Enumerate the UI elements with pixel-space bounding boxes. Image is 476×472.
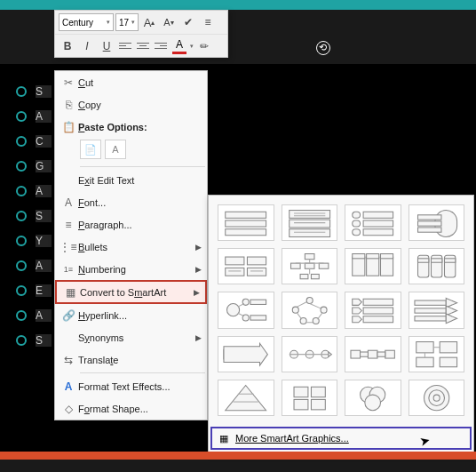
underline-button[interactable]: U [98,37,115,55]
smartart-vertical-bullet-list[interactable] [282,204,338,241]
italic-button[interactable]: I [78,37,96,55]
menu-bullets[interactable]: ⋮≡Bullets▶ [55,236,207,258]
smartart-basic-venn[interactable] [345,380,401,416]
smartart-basic-process[interactable] [218,336,274,372]
list-item[interactable]: S [16,328,52,353]
menu-paragraph[interactable]: ≡Paragraph... [55,213,207,236]
svg-rect-13 [363,220,393,227]
list-item[interactable]: A [16,303,52,328]
decrease-font-button[interactable]: A▾ [160,13,178,31]
svg-line-53 [238,314,244,317]
format-painter-button[interactable]: ✔ [179,13,197,31]
svg-rect-2 [226,229,266,236]
smartart-horizontal-bullet-list[interactable] [218,248,274,284]
bullet-icon [16,335,27,346]
menu-label: Cut [78,77,202,88]
svg-rect-46 [444,259,455,262]
submenu-arrow-icon: ▶ [195,265,202,274]
paste-keep-source-button[interactable]: 📄 [80,140,101,159]
menu-format-shape[interactable]: ◇Format Shape... [55,397,207,420]
menu-convert-smartart[interactable]: ▦Convert to SmartArt▶ [55,280,207,304]
menu-separator [80,166,205,167]
font-name-select[interactable]: Century▾ [59,13,114,31]
dropdown-icon[interactable]: ▾ [190,43,194,50]
menu-translate[interactable]: ⇆Translate [55,348,207,371]
list-item[interactable]: A [16,104,52,129]
indent-button[interactable]: ≡ [199,13,217,31]
copy-icon: ⎘ [59,96,78,114]
more-smartart-graphics[interactable]: ▦ More SmartArt Graphics... ➤ [210,427,472,450]
list-item[interactable]: S [16,204,52,228]
clear-formatting-button[interactable]: ✏ [195,37,213,55]
menu-label: Paragraph... [78,220,202,230]
smartart-picture-accent-list[interactable] [345,248,401,284]
smartart-vertical-arrow-list[interactable] [409,292,465,328]
list-item[interactable]: Y [16,228,52,253]
font-color-button[interactable]: A [171,38,188,54]
smartart-continuous-block-process[interactable] [282,336,338,372]
menu-font[interactable]: AFont... [55,191,207,213]
bold-button[interactable]: B [59,37,76,55]
smartart-radial-list[interactable] [218,292,274,328]
svg-rect-20 [226,257,244,265]
bullet-icon [16,310,27,321]
svg-rect-97 [311,399,325,409]
menu-synonyms[interactable]: Synonyms▶ [55,326,207,348]
svg-rect-62 [363,308,393,314]
svg-rect-82 [385,350,395,358]
list-item[interactable]: A [16,253,52,278]
paste-options-row: 📄 A [55,138,207,164]
font-size-select[interactable]: 17▾ [115,13,139,31]
svg-rect-64 [363,316,393,323]
menu-hyperlink[interactable]: 🔗Hyperlink... [55,304,207,326]
svg-rect-26 [305,254,314,260]
list-item[interactable]: A [16,179,52,204]
menu-numbering[interactable]: 1≡Numbering▶ [55,258,207,280]
smartart-vertical-box-list[interactable] [345,204,401,241]
smartart-hierarchy[interactable] [282,248,338,284]
smartart-basic-matrix[interactable] [282,380,338,416]
menu-cut[interactable]: ✂Cut [55,71,207,93]
smartart-segmented-process[interactable] [409,248,465,284]
align-center-button[interactable] [135,38,151,54]
list-item[interactable]: G [16,154,52,179]
svg-rect-1 [226,220,266,227]
svg-rect-67 [415,308,446,313]
svg-point-100 [365,395,381,411]
menu-label: Numbering [78,264,195,275]
list-item[interactable]: S [16,79,52,104]
svg-rect-80 [351,350,361,358]
smartart-continuous-cycle[interactable] [282,292,338,328]
align-right-button[interactable] [153,38,169,54]
smartart-vertical-chevron-list[interactable] [345,292,401,328]
list-item[interactable]: C [16,129,52,154]
smartart-alternating-flow[interactable] [345,336,401,372]
svg-rect-21 [248,257,266,265]
list-item[interactable]: E [16,278,52,303]
menu-copy[interactable]: ⎘Copy [55,93,207,116]
svg-rect-60 [363,300,393,306]
svg-marker-74 [224,343,267,365]
dropdown-icon: ▾ [107,19,110,26]
menu-label: Synonyms [78,332,195,343]
menu-label: Translate [78,355,202,365]
svg-line-52 [238,304,244,308]
smartart-basic-pyramid[interactable] [218,380,274,416]
increase-font-button[interactable]: A▴ [140,13,158,31]
smartart-picture-strips[interactable] [409,336,465,372]
smartart-basic-block-list[interactable] [218,204,274,241]
hyperlink-icon: 🔗 [59,307,78,324]
menu-paste-options: 📋Paste Options: [55,116,207,138]
more-smartart-label: More SmartArt Graphics... [235,433,349,444]
align-left-button[interactable] [117,38,133,54]
smartart-basic-target[interactable] [409,380,465,416]
menu-exit-edit-text[interactable]: Exit Edit Text [55,169,207,191]
svg-point-58 [292,307,298,313]
smartart-table-list[interactable] [409,204,465,241]
paste-text-only-button[interactable]: A [105,140,126,159]
menu-format-text-effects[interactable]: AFormat Text Effects... [55,375,207,397]
svg-rect-85 [416,341,432,352]
svg-marker-63 [353,316,362,323]
rotate-handle[interactable] [316,41,330,55]
svg-rect-15 [363,229,393,236]
